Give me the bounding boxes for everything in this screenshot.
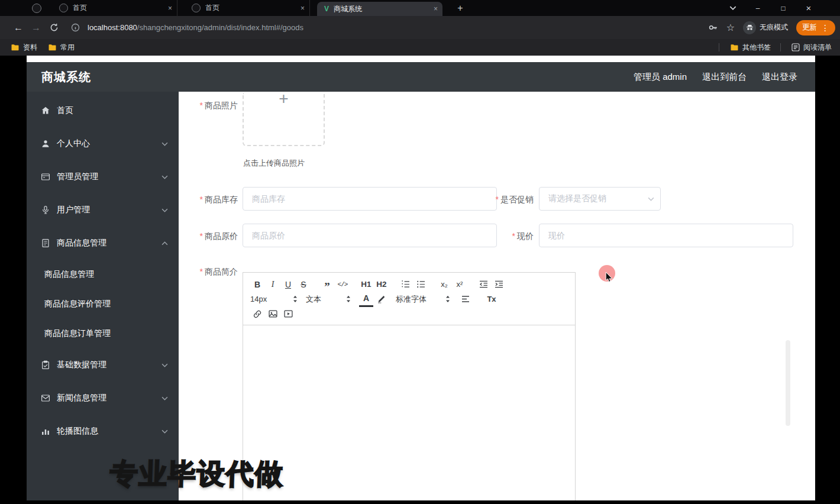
browser-logo-icon[interactable] xyxy=(32,4,41,13)
sidebar-subitem-label: 商品信息订单管理 xyxy=(44,328,111,339)
insert-image-button[interactable] xyxy=(266,307,280,321)
site-info-icon[interactable] xyxy=(66,23,84,32)
chevron-down-icon xyxy=(648,197,654,201)
code-block-button[interactable]: </> xyxy=(335,277,350,292)
ordered-list-button[interactable] xyxy=(398,277,412,292)
promo-select[interactable]: 请选择是否促销 xyxy=(539,187,661,211)
upload-plus-icon[interactable]: + xyxy=(243,92,325,108)
chevron-down-icon xyxy=(161,142,168,146)
insert-link-button[interactable] xyxy=(250,307,264,321)
sidebar-item-carousel[interactable]: 轮播图信息 xyxy=(27,415,179,448)
required-mark: * xyxy=(200,231,203,241)
sidebar-item-user-management[interactable]: 用户管理 xyxy=(27,193,179,227)
heading2-button[interactable]: H2 xyxy=(374,277,389,292)
intro-label: *商品简介 xyxy=(198,267,238,277)
bookmark-label: 常用 xyxy=(60,43,75,53)
goods-doc-icon xyxy=(41,238,50,248)
url-path[interactable]: /shangchengxitong/admin/dist/index.html#… xyxy=(137,23,303,32)
price-input[interactable] xyxy=(539,224,793,247)
sidebar: 首页 个人中心 管理员管理 xyxy=(27,92,179,500)
sidebar-subitem-goods-order[interactable]: 商品信息订单管理 xyxy=(27,319,179,348)
editor-content-area[interactable] xyxy=(243,325,575,500)
watermark-text: 专业毕设代做 xyxy=(109,455,285,493)
password-key-icon[interactable] xyxy=(708,22,718,33)
minimize-button[interactable]: – xyxy=(748,0,768,16)
sidebar-item-label: 用户管理 xyxy=(57,205,90,215)
header-admin-user[interactable]: 管理员 admin xyxy=(634,72,687,83)
reading-list-button[interactable]: 阅读清单 xyxy=(791,43,832,53)
chevron-up-icon xyxy=(161,241,168,245)
indent-button[interactable] xyxy=(492,277,506,292)
other-bookmarks-button[interactable]: 其他书签 xyxy=(730,43,771,53)
forward-button[interactable]: → xyxy=(27,22,45,33)
price-label: *现价 xyxy=(492,231,534,242)
header-logout[interactable]: 退出登录 xyxy=(762,72,797,83)
chevron-down-icon xyxy=(161,208,168,212)
outdent-button[interactable] xyxy=(476,277,490,292)
blockquote-button[interactable]: ” xyxy=(320,275,334,294)
url-host[interactable]: localhost:8080 xyxy=(88,23,137,32)
strikethrough-button[interactable]: S xyxy=(296,277,311,292)
underline-button[interactable]: U xyxy=(281,277,295,292)
sidebar-item-base-data[interactable]: 基础数据管理 xyxy=(27,348,179,382)
clear-format-button[interactable]: Tx xyxy=(484,292,499,306)
maximize-button[interactable]: □ xyxy=(773,0,793,16)
bookmark-label: 资料 xyxy=(23,43,37,53)
tab-search-chevron-icon[interactable] xyxy=(723,0,743,16)
browser-tab-2[interactable]: 首页 × xyxy=(185,0,310,16)
bold-button[interactable]: B xyxy=(250,277,264,292)
sidebar-item-goods-management[interactable]: 商品信息管理 xyxy=(27,227,179,260)
rich-text-editor: B I U S ” </> H1 H2 xyxy=(243,272,576,500)
scrollbar-thumb[interactable] xyxy=(786,340,790,426)
sidebar-item-label: 个人中心 xyxy=(57,138,90,149)
tab-close-icon[interactable]: × xyxy=(301,4,305,12)
font-size-picker[interactable]: 14px xyxy=(250,295,298,303)
globe-favicon-icon xyxy=(192,4,201,12)
person-icon xyxy=(41,139,50,148)
stock-input[interactable] xyxy=(243,187,497,211)
font-family-picker[interactable]: 标准字体 xyxy=(396,294,450,305)
italic-button[interactable]: I xyxy=(266,277,280,292)
browser-menu-dots-icon[interactable]: ⋮ xyxy=(821,23,829,33)
required-mark: * xyxy=(496,195,499,204)
chevron-down-icon xyxy=(161,175,168,179)
folder-icon xyxy=(11,44,20,51)
insert-video-button[interactable] xyxy=(281,307,295,321)
sidebar-item-news-management[interactable]: 新闻信息管理 xyxy=(27,382,179,415)
bookmark-label: 阅读清单 xyxy=(803,43,832,53)
refresh-button[interactable] xyxy=(45,23,63,32)
heading1-button[interactable]: H1 xyxy=(359,277,373,292)
incognito-badge[interactable]: 无痕模式 xyxy=(743,21,788,34)
bookmark-folder-changyong[interactable]: 常用 xyxy=(48,43,75,53)
sidebar-subitem-goods-review[interactable]: 商品信息评价管理 xyxy=(27,289,179,319)
browser-tab-1[interactable]: 首页 × xyxy=(52,0,177,16)
close-window-button[interactable]: × xyxy=(799,0,819,16)
align-button[interactable] xyxy=(458,292,473,306)
subscript-button[interactable]: x₂ xyxy=(437,277,451,292)
paragraph-picker[interactable]: 文本 xyxy=(306,294,351,305)
browser-tab-active[interactable]: V 商城系统 × xyxy=(317,2,442,16)
sidebar-item-personal-center[interactable]: 个人中心 xyxy=(27,127,179,160)
tab-close-icon[interactable]: × xyxy=(168,4,172,12)
sidebar-subitem-goods-info[interactable]: 商品信息管理 xyxy=(27,260,179,289)
updown-caret-icon xyxy=(346,296,351,302)
back-button[interactable]: ← xyxy=(9,22,27,33)
highlight-button[interactable] xyxy=(374,292,389,306)
update-button[interactable]: 更新 ⋮ xyxy=(796,20,835,35)
header-exit-to-front[interactable]: 退出到前台 xyxy=(702,72,747,83)
updown-caret-icon xyxy=(293,296,298,302)
sidebar-item-home[interactable]: 首页 xyxy=(27,94,179,127)
font-color-button[interactable]: A xyxy=(359,291,373,307)
incognito-label: 无痕模式 xyxy=(760,22,788,33)
orig-price-input[interactable] xyxy=(243,224,497,247)
folder-icon xyxy=(730,44,739,51)
sidebar-item-admin-management[interactable]: 管理员管理 xyxy=(27,160,179,193)
new-tab-button[interactable]: + xyxy=(453,1,467,15)
sidebar-item-label: 首页 xyxy=(57,105,73,116)
bookmark-star-icon[interactable]: ☆ xyxy=(726,22,735,33)
bullet-list-button[interactable] xyxy=(413,277,428,292)
bookmark-folder-ziliao[interactable]: 资料 xyxy=(11,43,37,53)
superscript-button[interactable]: x² xyxy=(453,277,467,292)
bookmarks-bar: 资料 常用 其他书签 阅读清单 xyxy=(0,39,840,56)
tab-close-icon[interactable]: × xyxy=(434,5,438,13)
